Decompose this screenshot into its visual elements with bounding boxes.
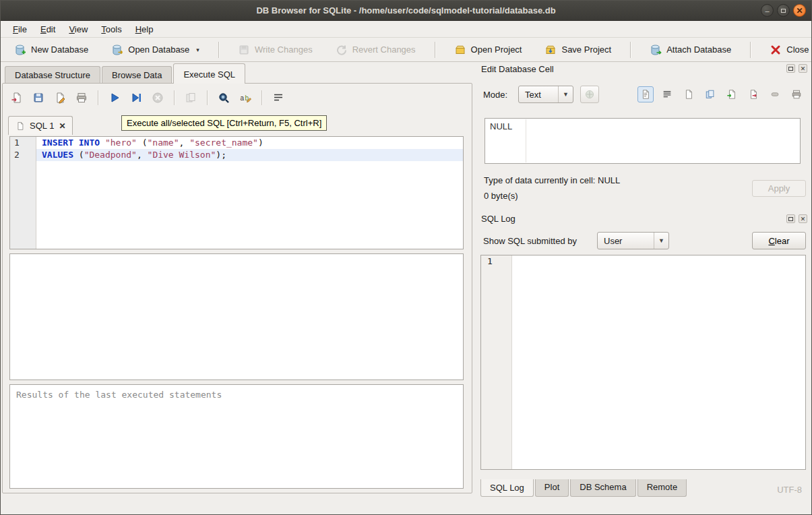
menu-file[interactable]: File bbox=[6, 22, 34, 36]
set-as-null-button[interactable] bbox=[767, 86, 783, 102]
execute-all-icon bbox=[108, 92, 121, 104]
open-database-button[interactable]: Open Database▾ bbox=[103, 40, 208, 59]
close-database-button[interactable]: Close Database bbox=[761, 40, 812, 59]
toolbar-separator bbox=[218, 42, 219, 58]
find-icon bbox=[218, 92, 230, 104]
main-tab-bar: Database StructureBrowse DataExecute SQL bbox=[1, 62, 475, 83]
sql-file-icon bbox=[15, 121, 25, 131]
menu-help[interactable]: Help bbox=[129, 22, 160, 36]
close-tab-icon[interactable]: ✕ bbox=[59, 122, 65, 130]
close-icon[interactable]: ✕ bbox=[793, 4, 806, 17]
save-results-icon bbox=[185, 92, 197, 104]
tab-browse-data[interactable]: Browse Data bbox=[102, 66, 172, 83]
edit-cell-title: Edit Database Cell bbox=[481, 64, 554, 74]
log-filter-select[interactable]: User ▼ bbox=[597, 232, 669, 249]
print-sql-icon bbox=[75, 92, 88, 104]
save-project-label: Save Project bbox=[561, 44, 611, 55]
menu-tools[interactable]: Tools bbox=[94, 22, 128, 36]
save-sql-icon bbox=[32, 92, 44, 104]
revert-changes-label: Revert Changes bbox=[352, 44, 416, 55]
open-sql-file-button[interactable] bbox=[8, 89, 26, 107]
print-cell-button[interactable] bbox=[788, 86, 805, 102]
find-button[interactable] bbox=[215, 89, 232, 107]
print-sql-button[interactable] bbox=[73, 89, 90, 107]
log-content bbox=[512, 255, 805, 469]
menubar: FileEditViewToolsHelp bbox=[1, 21, 811, 38]
toolbar-separator bbox=[435, 42, 435, 58]
minimize-icon[interactable]: – bbox=[761, 4, 774, 17]
open-project-button[interactable]: Open Project bbox=[446, 40, 530, 59]
open-database-label: Open Database bbox=[128, 44, 189, 55]
toolbar-separator bbox=[98, 90, 98, 105]
sql-code-line[interactable]: INSERT INTO "hero" ("name", "secret_name… bbox=[36, 137, 463, 149]
stop-icon bbox=[152, 92, 164, 104]
clear-button[interactable]: Clear bbox=[752, 232, 806, 249]
db-close-icon bbox=[770, 44, 782, 56]
statusbar: UTF-8 bbox=[1, 481, 811, 498]
find-and-replace-button[interactable]: ab bbox=[237, 89, 254, 107]
open-sql-icon bbox=[11, 92, 23, 104]
toolbar-separator bbox=[750, 42, 751, 58]
attach-database-button[interactable]: Attach Database bbox=[642, 40, 739, 59]
open-database-menu-arrow[interactable]: ▾ bbox=[196, 47, 199, 53]
doc-text-icon bbox=[640, 89, 651, 100]
log-filter-value: User bbox=[604, 236, 622, 246]
db-new-icon bbox=[14, 44, 26, 56]
cell-value-editor[interactable]: NULL bbox=[485, 118, 801, 164]
auto-switch-mode-button[interactable] bbox=[580, 86, 599, 103]
window-title: DB Browser for SQLite - /home/user/code/… bbox=[1, 5, 811, 16]
sql-editor-toolbar: ab bbox=[8, 89, 287, 107]
import-data-icon bbox=[726, 89, 737, 100]
results-message-pane[interactable]: Results of the last executed statements bbox=[9, 384, 464, 489]
save-results-view-button bbox=[182, 89, 199, 107]
print-cell-icon bbox=[791, 89, 802, 100]
format-icon bbox=[272, 92, 284, 104]
word-wrap-button[interactable] bbox=[659, 86, 675, 102]
mode-select[interactable]: Text ▼ bbox=[518, 86, 573, 103]
menu-edit[interactable]: Edit bbox=[34, 22, 62, 36]
db-attach-icon bbox=[650, 44, 662, 56]
export-data-button[interactable] bbox=[745, 86, 761, 102]
float-panel-icon[interactable] bbox=[786, 64, 795, 73]
execute-sql-tooltip: Execute all/selected SQL [Ctrl+Return, F… bbox=[121, 115, 327, 131]
import-data-button[interactable] bbox=[724, 86, 740, 102]
text-view-button[interactable] bbox=[637, 86, 654, 102]
results-grid[interactable] bbox=[9, 253, 464, 380]
new-database-button[interactable]: New Database bbox=[6, 40, 96, 59]
export-data-icon bbox=[748, 89, 759, 100]
tab-execute-sql[interactable]: Execute SQL bbox=[173, 63, 245, 84]
log-filter-label: Show SQL submitted by bbox=[483, 236, 577, 246]
open-in-external-editor-button[interactable] bbox=[681, 86, 697, 102]
svg-text:a: a bbox=[241, 94, 245, 102]
stop-execution-button bbox=[149, 89, 166, 107]
main-area: Database StructureBrowse DataExecute SQL… bbox=[1, 62, 811, 498]
save-sql-file-as-button[interactable] bbox=[51, 89, 69, 107]
results-placeholder: Results of the last executed statements bbox=[16, 390, 222, 400]
close-panel-icon[interactable]: ✕ bbox=[799, 64, 807, 73]
app-window: DB Browser for SQLite - /home/user/code/… bbox=[0, 0, 812, 515]
revert-changes-button: Revert Changes bbox=[327, 40, 424, 59]
replace-icon: ab bbox=[239, 92, 251, 104]
float-panel-icon[interactable] bbox=[786, 214, 795, 223]
sql-tab-label: SQL 1 bbox=[30, 121, 54, 131]
write-changes-icon bbox=[238, 44, 250, 56]
maximize-icon[interactable] bbox=[777, 4, 790, 17]
sql-log-area[interactable]: 1 bbox=[480, 255, 806, 470]
sql-editor[interactable]: 12 INSERT INTO "hero" ("name", "secret_n… bbox=[9, 136, 464, 249]
text-lines-icon bbox=[662, 89, 673, 100]
format-sql-button[interactable] bbox=[270, 89, 287, 107]
execute-current-line-button[interactable] bbox=[127, 89, 145, 107]
tab-database-structure[interactable]: Database Structure bbox=[5, 66, 100, 83]
save-project-button[interactable]: Save Project bbox=[536, 40, 619, 59]
log-line-number: 1 bbox=[481, 255, 511, 268]
sql-code-area[interactable]: INSERT INTO "hero" ("name", "secret_name… bbox=[36, 137, 463, 249]
save-sql-file-button[interactable] bbox=[30, 89, 47, 107]
sql-code-line[interactable]: VALUES ("Deadpond", "Dive Wilson"); bbox=[36, 149, 463, 161]
titlebar: DB Browser for SQLite - /home/user/code/… bbox=[1, 1, 811, 21]
menu-view[interactable]: View bbox=[62, 22, 94, 36]
close-panel-icon[interactable]: ✕ bbox=[799, 214, 807, 223]
execute-all-sql-button[interactable] bbox=[106, 89, 123, 107]
sql-tab[interactable]: SQL 1 ✕ bbox=[8, 116, 73, 135]
copy-data-button[interactable] bbox=[702, 86, 718, 102]
project-open-icon bbox=[454, 44, 466, 56]
